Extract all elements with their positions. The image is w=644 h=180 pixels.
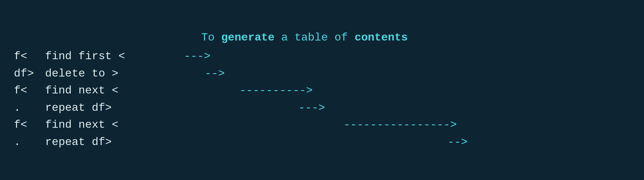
desc-cell: repeat df>	[45, 99, 184, 117]
cmd-cell: .	[14, 134, 45, 151]
arrow-cell: -->	[184, 134, 630, 151]
table-row: f<find next <---------------->	[14, 116, 630, 134]
rows-container: f<find first <--->df>delete to >-->f<fin…	[14, 48, 630, 151]
header-line: To generate a table of contents	[14, 29, 630, 46]
table-row: .repeat df>-->	[14, 134, 630, 151]
cmd-cell: df>	[14, 65, 45, 82]
main-content: To generate a table of contents f<find f…	[14, 29, 630, 151]
desc-cell: find next <	[45, 116, 184, 134]
header-bold-contents: contents	[355, 31, 408, 44]
header-text-of: of	[334, 31, 355, 44]
table-row: f<find first <--->	[14, 48, 630, 65]
desc-cell: find next <	[45, 82, 184, 99]
arrow-cell: -->	[184, 65, 630, 82]
arrow-cell: ---------------->	[184, 116, 630, 134]
table-row: .repeat df>--->	[14, 99, 630, 117]
header-text-middle: a table	[274, 31, 334, 44]
table-row: df>delete to >-->	[14, 65, 630, 82]
desc-cell: repeat df>	[45, 134, 184, 151]
table-row: f<find next <---------->	[14, 82, 630, 99]
cmd-cell: f<	[14, 48, 45, 65]
header-text-to: To	[201, 31, 221, 44]
desc-cell: find first <	[45, 48, 184, 65]
desc-cell: delete to >	[45, 65, 184, 82]
cmd-cell: f<	[14, 82, 45, 99]
header-bold-generate: generate	[221, 31, 275, 44]
arrow-cell: ---------->	[184, 82, 630, 99]
cmd-cell: f<	[14, 116, 45, 134]
cmd-cell: .	[14, 99, 45, 117]
arrow-cell: --->	[184, 48, 630, 65]
arrow-cell: --->	[184, 99, 630, 117]
